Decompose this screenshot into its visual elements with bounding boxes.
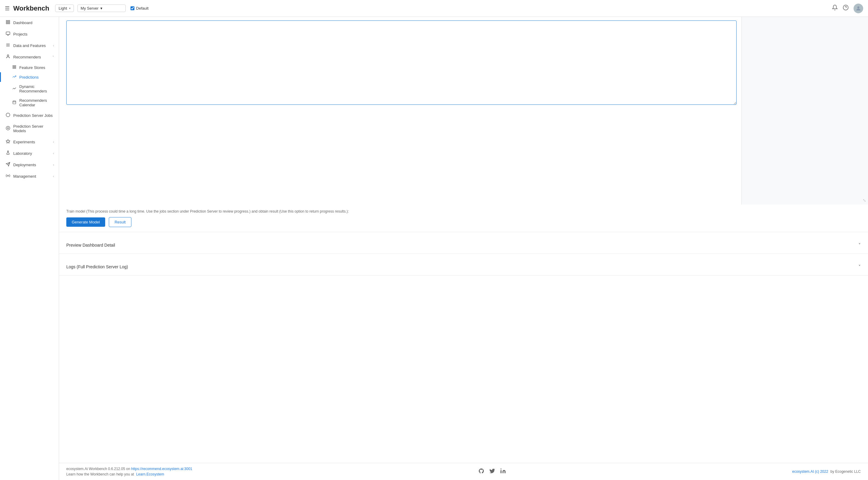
prediction-server-jobs-icon (6, 113, 10, 118)
theme-dropdown[interactable]: Light ▾ (55, 4, 73, 12)
help-button[interactable] (843, 4, 849, 12)
dynamic-recommenders-icon (12, 87, 16, 91)
projects-icon (6, 31, 10, 37)
deployments-icon (6, 162, 10, 167)
server-label: My Server (81, 6, 98, 10)
default-label: Default (136, 6, 149, 10)
resize-handle-icon[interactable]: ⤡ (863, 198, 866, 203)
svg-point-22 (6, 113, 10, 117)
svg-rect-4 (8, 21, 10, 22)
svg-rect-16 (13, 67, 14, 69)
management-icon (6, 173, 10, 179)
footer-copyright-text: ecosystem.AI (c) 2022 (792, 470, 828, 474)
generate-model-button[interactable]: Generate Model (66, 217, 105, 227)
github-icon[interactable] (478, 468, 484, 476)
svg-marker-25 (6, 139, 10, 143)
logs-title: Logs (Full Prediction Server Log) (66, 264, 128, 269)
prediction-server-models-icon (6, 126, 10, 131)
sidebar-item-data-features[interactable]: Data and Features ‹ (0, 40, 59, 51)
sidebar-item-laboratory[interactable]: Laboratory ‹ (0, 147, 59, 159)
svg-rect-7 (6, 32, 10, 35)
sidebar-item-label: Data and Features (13, 43, 50, 48)
footer-learn: Learn how the Workbench can help you at … (66, 472, 192, 476)
textarea-section (59, 17, 741, 204)
sidebar-item-label: Predictions (19, 75, 38, 79)
svg-rect-14 (13, 66, 14, 67)
sidebar-item-recommenders-calendar[interactable]: Recommenders Calendar (0, 96, 59, 110)
footer-version-link[interactable]: https://recommend.ecosystem.ai:3001 (131, 467, 192, 471)
laboratory-icon (6, 150, 10, 156)
sidebar-item-prediction-server-jobs[interactable]: Prediction Server Jobs (0, 110, 59, 121)
sidebar-item-predictions[interactable]: Predictions (0, 72, 59, 82)
laboratory-chevron-icon: ‹ (53, 152, 54, 155)
main-textarea[interactable] (66, 21, 737, 105)
sidebar-item-feature-stores[interactable]: Feature Stores (0, 63, 59, 72)
sidebar-item-management[interactable]: Management ‹ (0, 170, 59, 182)
svg-point-13 (7, 55, 9, 56)
content-panel: ⤡ Train model (This process could time a… (59, 17, 868, 463)
sidebar-item-label: Management (13, 174, 50, 179)
menu-icon[interactable]: ☰ (5, 5, 10, 12)
svg-rect-18 (13, 101, 16, 104)
theme-chevron-icon: ▾ (69, 7, 70, 10)
preview-dashboard-section[interactable]: Preview Dashboard Detail ˅ (59, 237, 868, 254)
svg-point-30 (501, 468, 501, 469)
svg-point-23 (7, 128, 9, 129)
sidebar-item-deployments[interactable]: Deployments ‹ (0, 159, 59, 170)
sidebar-item-label: Prediction Server Jobs (13, 113, 54, 118)
experiments-icon (6, 139, 10, 144)
linkedin-icon[interactable] (500, 468, 506, 476)
notifications-button[interactable] (832, 4, 838, 12)
preview-dashboard-title: Preview Dashboard Detail (66, 243, 115, 247)
svg-rect-6 (8, 23, 10, 24)
svg-point-2 (858, 6, 860, 8)
sidebar-item-experiments[interactable]: Experiments ‹ (0, 136, 59, 147)
navbar-right (832, 4, 863, 13)
server-chevron-icon: ▾ (100, 6, 102, 10)
spacer-2 (59, 254, 868, 259)
svg-rect-17 (15, 67, 16, 69)
content-spacer (59, 276, 868, 463)
predictions-icon (12, 75, 16, 79)
app-body: Dashboard Projects Data and Features ‹ R… (0, 17, 868, 480)
sidebar-item-label: Dashboard (13, 21, 54, 25)
management-chevron-icon: ‹ (53, 175, 54, 178)
logs-chevron-icon: ˅ (858, 264, 861, 270)
footer-left: ecosystem.Ai Workbench 0.6.212.05 on htt… (66, 467, 192, 476)
right-panel: ⤡ (741, 17, 868, 204)
server-dropdown[interactable]: My Server ▾ (78, 4, 126, 12)
result-button[interactable]: Result (109, 217, 131, 227)
sidebar-item-recommenders[interactable]: Recommenders ˅ (0, 51, 59, 63)
default-checkbox[interactable] (130, 6, 134, 10)
deployments-chevron-icon: ‹ (53, 163, 54, 167)
footer-version-text: ecosystem.Ai Workbench 0.6.212.05 on (66, 467, 130, 471)
sidebar-item-prediction-server-models[interactable]: Prediction Server Models (0, 121, 59, 136)
sidebar-item-label: Feature Stores (19, 65, 45, 70)
recommenders-chevron-icon: ˅ (53, 56, 54, 59)
sidebar-item-projects[interactable]: Projects (0, 28, 59, 40)
preview-dashboard-chevron-icon: ˅ (858, 242, 861, 248)
footer-social (478, 468, 506, 476)
footer-learn-link[interactable]: Learn.Ecosystem (136, 472, 164, 476)
sidebar-item-label: Prediction Server Models (13, 124, 54, 133)
sidebar-item-dynamic-recommenders[interactable]: Dynamic Recommenders (0, 82, 59, 96)
footer-right: ecosystem.AI (c) 2022 by Ecogenetic LLC (792, 470, 861, 474)
app-title: Workbench (13, 4, 49, 12)
train-buttons: Generate Model Result (66, 217, 861, 227)
recommenders-calendar-icon (12, 100, 16, 105)
svg-rect-5 (6, 23, 7, 24)
footer-copyright-link[interactable]: ecosystem.AI (c) 2022 (792, 470, 830, 474)
logs-section[interactable]: Logs (Full Prediction Server Log) ˅ (59, 259, 868, 276)
svg-point-29 (7, 175, 9, 176)
svg-rect-15 (15, 66, 16, 67)
avatar[interactable] (854, 4, 863, 13)
sidebar-item-label: Recommenders Calendar (19, 98, 54, 107)
dashboard-icon (6, 20, 10, 25)
twitter-icon[interactable] (489, 468, 495, 476)
sidebar: Dashboard Projects Data and Features ‹ R… (0, 17, 59, 480)
data-features-icon (6, 43, 10, 48)
train-description: Train model (This process could time a l… (66, 209, 861, 213)
svg-rect-3 (6, 21, 7, 22)
sidebar-item-dashboard[interactable]: Dashboard (0, 17, 59, 28)
two-col-section: ⤡ (59, 17, 868, 204)
